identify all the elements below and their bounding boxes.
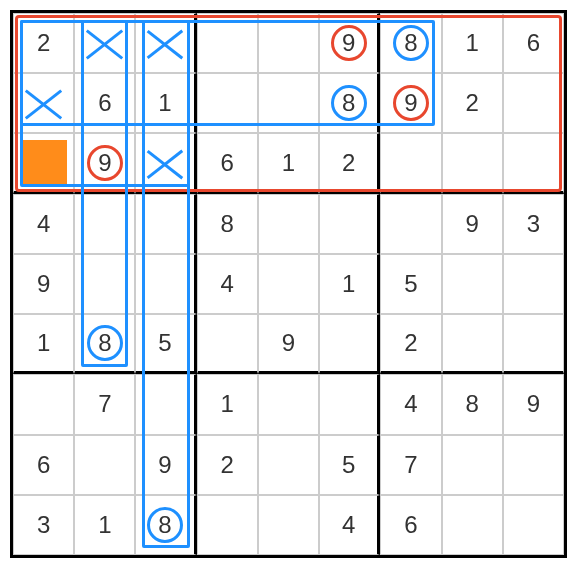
cell-r8-c8[interactable] bbox=[503, 495, 564, 555]
cell-r7-c0[interactable]: 6 bbox=[13, 435, 74, 495]
cell-r8-c4[interactable] bbox=[258, 495, 319, 555]
cell-r4-c6[interactable]: 5 bbox=[380, 254, 441, 314]
cell-r2-c8[interactable] bbox=[503, 133, 564, 193]
cell-r2-c5[interactable]: 2 bbox=[319, 133, 380, 193]
cell-r5-c7[interactable] bbox=[442, 314, 503, 374]
cell-value: 9 bbox=[465, 210, 478, 238]
cell-r3-c1[interactable] bbox=[74, 194, 135, 254]
cell-r0-c8[interactable]: 6 bbox=[503, 13, 564, 73]
cell-value: 7 bbox=[404, 451, 417, 479]
cell-r3-c0[interactable]: 4 bbox=[13, 194, 74, 254]
cell-r6-c0[interactable] bbox=[13, 374, 74, 434]
cell-r2-c7[interactable] bbox=[442, 133, 503, 193]
cell-value: 8 bbox=[342, 89, 355, 117]
cell-r5-c1[interactable]: 8 bbox=[74, 314, 135, 374]
cell-r8-c7[interactable] bbox=[442, 495, 503, 555]
cell-value: 9 bbox=[404, 89, 417, 117]
cell-value: 8 bbox=[404, 29, 417, 57]
cell-value: 9 bbox=[158, 451, 171, 479]
cell-r7-c7[interactable] bbox=[442, 435, 503, 495]
cell-r4-c0[interactable]: 9 bbox=[13, 254, 74, 314]
cell-r3-c6[interactable] bbox=[380, 194, 441, 254]
cell-r5-c2[interactable]: 5 bbox=[135, 314, 196, 374]
cell-r1-c6[interactable]: 9 bbox=[380, 73, 441, 133]
cell-r1-c1[interactable]: 6 bbox=[74, 73, 135, 133]
cell-r8-c6[interactable]: 6 bbox=[380, 495, 441, 555]
cell-r5-c0[interactable]: 1 bbox=[13, 314, 74, 374]
cell-r5-c4[interactable]: 9 bbox=[258, 314, 319, 374]
cell-value: 1 bbox=[158, 89, 171, 117]
cell-r4-c1[interactable] bbox=[74, 254, 135, 314]
cell-r3-c7[interactable]: 9 bbox=[442, 194, 503, 254]
cell-r6-c1[interactable]: 7 bbox=[74, 374, 135, 434]
cell-r0-c3[interactable] bbox=[197, 13, 258, 73]
cell-r0-c2[interactable] bbox=[135, 13, 196, 73]
cell-r1-c4[interactable] bbox=[258, 73, 319, 133]
cell-r2-c1[interactable]: 9 bbox=[74, 133, 135, 193]
cell-r1-c8[interactable] bbox=[503, 73, 564, 133]
cell-r0-c0[interactable]: 2 bbox=[13, 13, 74, 73]
cell-r7-c1[interactable] bbox=[74, 435, 135, 495]
cell-value: 8 bbox=[221, 210, 234, 238]
cell-r1-c7[interactable]: 2 bbox=[442, 73, 503, 133]
cell-r2-c4[interactable]: 1 bbox=[258, 133, 319, 193]
cell-value: 2 bbox=[37, 29, 50, 57]
cell-r8-c0[interactable]: 3 bbox=[13, 495, 74, 555]
cell-r2-c2[interactable] bbox=[135, 133, 196, 193]
cell-value: 4 bbox=[404, 390, 417, 418]
cell-r7-c6[interactable]: 7 bbox=[380, 435, 441, 495]
cell-r0-c5[interactable]: 9 bbox=[319, 13, 380, 73]
cell-r6-c4[interactable] bbox=[258, 374, 319, 434]
cell-value: 5 bbox=[404, 270, 417, 298]
cell-value: 1 bbox=[465, 29, 478, 57]
cell-r7-c3[interactable]: 2 bbox=[197, 435, 258, 495]
cell-r3-c5[interactable] bbox=[319, 194, 380, 254]
cell-r5-c3[interactable] bbox=[197, 314, 258, 374]
cell-r4-c3[interactable]: 4 bbox=[197, 254, 258, 314]
cell-r5-c6[interactable]: 2 bbox=[380, 314, 441, 374]
cell-r4-c4[interactable] bbox=[258, 254, 319, 314]
cell-r8-c5[interactable]: 4 bbox=[319, 495, 380, 555]
cell-r1-c3[interactable] bbox=[197, 73, 258, 133]
cell-r3-c4[interactable] bbox=[258, 194, 319, 254]
cell-r8-c1[interactable]: 1 bbox=[74, 495, 135, 555]
cell-value: 4 bbox=[342, 511, 355, 539]
cell-r3-c3[interactable]: 8 bbox=[197, 194, 258, 254]
cell-r5-c5[interactable] bbox=[319, 314, 380, 374]
cell-value: 5 bbox=[158, 329, 171, 357]
cell-r1-c0[interactable] bbox=[13, 73, 74, 133]
cell-r8-c3[interactable] bbox=[197, 495, 258, 555]
cell-r8-c2[interactable]: 8 bbox=[135, 495, 196, 555]
cell-r2-c3[interactable]: 6 bbox=[197, 133, 258, 193]
cell-r7-c4[interactable] bbox=[258, 435, 319, 495]
cell-r0-c7[interactable]: 1 bbox=[442, 13, 503, 73]
sudoku-grid: 2981661892961248939415185927148969257318… bbox=[10, 10, 567, 558]
cell-r1-c5[interactable]: 8 bbox=[319, 73, 380, 133]
cell-r6-c7[interactable]: 8 bbox=[442, 374, 503, 434]
cell-r4-c2[interactable] bbox=[135, 254, 196, 314]
cell-r4-c5[interactable]: 1 bbox=[319, 254, 380, 314]
cell-r7-c5[interactable]: 5 bbox=[319, 435, 380, 495]
cell-r6-c8[interactable]: 9 bbox=[503, 374, 564, 434]
cell-r6-c2[interactable] bbox=[135, 374, 196, 434]
cell-r0-c1[interactable] bbox=[74, 13, 135, 73]
cell-r2-c0[interactable] bbox=[13, 133, 74, 193]
cell-value: 9 bbox=[98, 149, 111, 177]
cell-r0-c6[interactable]: 8 bbox=[380, 13, 441, 73]
cell-value: 5 bbox=[342, 451, 355, 479]
cell-r6-c6[interactable]: 4 bbox=[380, 374, 441, 434]
cell-value: 9 bbox=[282, 329, 295, 357]
cell-r4-c7[interactable] bbox=[442, 254, 503, 314]
cell-r5-c8[interactable] bbox=[503, 314, 564, 374]
cell-r2-c6[interactable] bbox=[380, 133, 441, 193]
cell-r7-c8[interactable] bbox=[503, 435, 564, 495]
cell-r6-c5[interactable] bbox=[319, 374, 380, 434]
cell-r6-c3[interactable]: 1 bbox=[197, 374, 258, 434]
cell-r3-c8[interactable]: 3 bbox=[503, 194, 564, 254]
cell-r3-c2[interactable] bbox=[135, 194, 196, 254]
cell-r7-c2[interactable]: 9 bbox=[135, 435, 196, 495]
cell-r4-c8[interactable] bbox=[503, 254, 564, 314]
cell-r0-c4[interactable] bbox=[258, 13, 319, 73]
cell-r1-c2[interactable]: 1 bbox=[135, 73, 196, 133]
cell-value: 4 bbox=[221, 270, 234, 298]
